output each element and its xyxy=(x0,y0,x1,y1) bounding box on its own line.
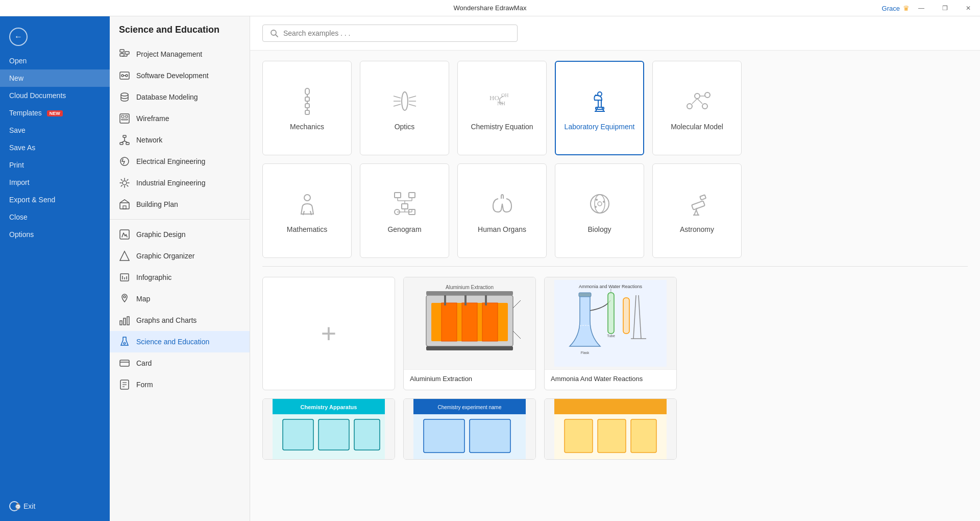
svg-rect-134 xyxy=(283,419,313,450)
template-card-partial-3[interactable] xyxy=(544,398,677,460)
mid-nav-science-education[interactable]: Science and Education xyxy=(110,331,250,352)
svg-point-52 xyxy=(402,92,408,110)
category-card-molecular-model[interactable]: Molecular Model xyxy=(652,61,742,155)
mid-nav-graphs-charts[interactable]: Graphs and Charts xyxy=(110,310,250,331)
category-card-human-organs[interactable]: Human Organs xyxy=(457,163,547,258)
svg-rect-101 xyxy=(700,195,706,200)
templates-grid-2: Chemistry Apparatus Chemistry exper xyxy=(262,398,968,470)
category-card-genogram[interactable]: Genogram xyxy=(360,163,449,258)
new-template-card[interactable]: + xyxy=(262,277,395,390)
mid-nav-software-development[interactable]: Software Development xyxy=(110,65,250,86)
main-layout: ← Open New Cloud Documents Templates NEW… xyxy=(0,16,980,521)
mid-sidebar-title: Science and Education xyxy=(110,25,250,43)
svg-rect-24 xyxy=(123,206,126,209)
category-card-mechanics[interactable]: Mechanics xyxy=(262,61,352,155)
database-modeling-icon xyxy=(119,91,130,103)
svg-point-36 xyxy=(124,342,126,344)
section-divider xyxy=(262,266,968,267)
svg-rect-13 xyxy=(121,119,128,120)
svg-text:|: | xyxy=(610,288,611,292)
building-plan-icon xyxy=(119,199,130,210)
sidebar-item-new[interactable]: New xyxy=(0,69,110,87)
sidebar-item-saveas[interactable]: Save As xyxy=(0,139,110,156)
mid-nav-project-management[interactable]: Project Management xyxy=(110,43,250,65)
sidebar-item-options[interactable]: Options xyxy=(0,226,110,243)
svg-point-78 xyxy=(304,195,310,201)
mid-nav-wireframe[interactable]: Wireframe xyxy=(110,108,250,129)
close-button[interactable]: ✕ xyxy=(957,0,980,16)
sidebar-item-save[interactable]: Save xyxy=(0,122,110,139)
mid-nav-graphic-design[interactable]: Graphic Design xyxy=(110,224,250,245)
mid-nav-infographic[interactable]: Infographic xyxy=(110,267,250,288)
svg-line-103 xyxy=(696,210,698,215)
infographic-icon xyxy=(119,272,130,283)
mid-nav-form[interactable]: Form xyxy=(110,374,250,395)
sidebar-item-templates[interactable]: Templates NEW xyxy=(0,104,110,122)
template-card-partial-2[interactable]: Chemistry experiment name xyxy=(403,398,536,460)
sidebar-item-export[interactable]: Export & Send xyxy=(0,191,110,208)
svg-point-7 xyxy=(121,75,124,77)
biology-label: Biology xyxy=(588,225,611,233)
template-card-partial-1[interactable]: Chemistry Apparatus xyxy=(262,398,395,460)
svg-rect-45 xyxy=(305,88,309,94)
mechanics-icon xyxy=(292,86,323,116)
svg-rect-145 xyxy=(598,419,626,453)
svg-rect-146 xyxy=(631,419,656,453)
sidebar-item-print[interactable]: Print xyxy=(0,156,110,174)
template-card-ammonia-water[interactable]: Ammonia and Water Reactions | xyxy=(544,277,677,390)
svg-text:Aluminium Extraction: Aluminium Extraction xyxy=(446,285,494,290)
sidebar-item-close[interactable]: Close xyxy=(0,208,110,226)
mid-nav-electrical-engineering[interactable]: Electrical Engineering xyxy=(110,151,250,172)
mid-nav-label-card: Card xyxy=(136,359,152,367)
mid-nav-label-industrial-engineering: Industrial Engineering xyxy=(136,179,205,187)
mid-nav-card[interactable]: Card xyxy=(110,352,250,374)
mid-nav-network[interactable]: Network xyxy=(110,129,250,151)
mid-nav-graphic-organizer[interactable]: Graphic Organizer xyxy=(110,245,250,267)
svg-rect-83 xyxy=(402,204,408,209)
category-card-laboratory-equipment[interactable]: Laboratory Equipment xyxy=(555,61,644,155)
minimize-button[interactable]: — xyxy=(910,0,933,16)
sidebar-item-import[interactable]: Import xyxy=(0,174,110,191)
category-card-biology[interactable]: Biology xyxy=(555,163,644,258)
svg-rect-82 xyxy=(409,193,415,198)
sidebar-item-cloud[interactable]: Cloud Documents xyxy=(0,87,110,104)
svg-rect-33 xyxy=(124,318,126,325)
molecular-model-icon xyxy=(682,86,713,116)
form-icon xyxy=(119,379,130,390)
svg-point-72 xyxy=(687,104,692,109)
template-card-aluminium-extraction[interactable]: Aluminium Extraction xyxy=(403,277,536,390)
category-card-optics[interactable]: Optics xyxy=(360,61,449,155)
mid-nav-industrial-engineering[interactable]: Industrial Engineering xyxy=(110,172,250,194)
template-preview-partial-2: Chemistry experiment name xyxy=(404,399,535,460)
template-preview-ammonia: Ammonia and Water Reactions | xyxy=(545,277,676,369)
titlebar: Wondershare EdrawMax Grace ♛ — ❐ ✕ xyxy=(0,0,980,16)
window-controls: — ❐ ✕ xyxy=(910,0,980,16)
mid-nav-label-graphs-charts: Graphs and Charts xyxy=(136,316,197,324)
app-title: Wondershare EdrawMax xyxy=(454,4,527,12)
category-card-mathematics[interactable]: Mathematics xyxy=(262,163,352,258)
category-card-astronomy[interactable]: Astronomy xyxy=(652,163,742,258)
svg-rect-81 xyxy=(395,193,401,198)
network-icon xyxy=(119,134,130,146)
sidebar-item-open[interactable]: Open xyxy=(0,52,110,69)
user-menu[interactable]: Grace ♛ xyxy=(882,0,910,16)
astronomy-icon xyxy=(682,188,713,219)
svg-rect-16 xyxy=(120,143,123,145)
search-input[interactable] xyxy=(283,29,510,37)
svg-line-44 xyxy=(276,35,278,37)
mid-nav-label-form: Form xyxy=(136,381,153,389)
category-card-chemistry-equation[interactable]: HO OH NH Chemistry Equation xyxy=(457,61,547,155)
optics-icon xyxy=(389,86,420,116)
svg-rect-144 xyxy=(565,419,593,453)
template-preview-partial-3 xyxy=(545,399,676,460)
sidebar-item-exit[interactable]: ⌚ Exit xyxy=(0,496,110,516)
electrical-engineering-icon xyxy=(119,156,130,167)
mathematics-icon xyxy=(292,188,323,219)
back-button[interactable]: ← xyxy=(0,21,110,52)
svg-point-22 xyxy=(122,181,127,185)
mid-nav-building-plan[interactable]: Building Plan xyxy=(110,194,250,215)
mid-nav-database-modeling[interactable]: Database Modeling xyxy=(110,86,250,108)
maximize-button[interactable]: ❐ xyxy=(933,0,957,16)
mid-nav-map[interactable]: Map xyxy=(110,288,250,310)
svg-rect-0 xyxy=(120,50,124,52)
